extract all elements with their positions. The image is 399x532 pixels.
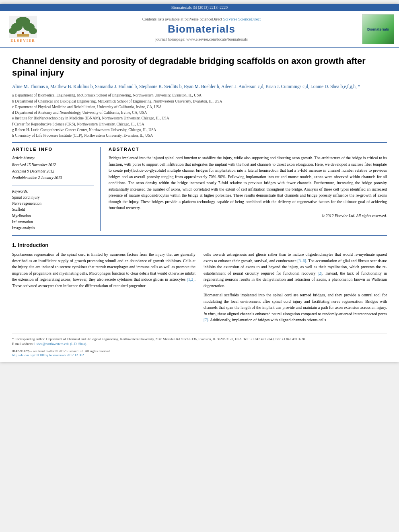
abstract-text: Bridges implanted into the injured spina…: [109, 155, 387, 211]
doi-link[interactable]: http://dx.doi.org/10.1016/j.biomaterials…: [12, 353, 387, 357]
intro-para2: cells towards astrogenesis and gliosis r…: [204, 251, 387, 289]
authors: Aline M. Thomas a, Matthew B. Kubilius b…: [12, 83, 387, 90]
author-list: Aline M. Thomas a, Matthew B. Kubilius b…: [12, 84, 360, 89]
biomaterials-logo-text: Biomaterials: [367, 27, 389, 31]
copyright: © 2012 Elsevier Ltd. All rights reserved…: [109, 214, 387, 218]
history-divider: [12, 185, 94, 185]
body-divider: [12, 235, 387, 236]
history-label: Article history:: [12, 155, 94, 161]
keyword-3: Scaffold: [12, 207, 94, 213]
abstract-col: ABSTRACT Bridges implanted into the inju…: [109, 147, 387, 231]
abstract-label: ABSTRACT: [109, 147, 387, 152]
ref-1-2[interactable]: [1,2]: [187, 277, 194, 281]
issn-line: 0142-9612/$ – see front matter © 2012 El…: [12, 349, 387, 353]
section1-title: 1. Introduction: [12, 242, 387, 248]
affil-f: f Center for Reproductive Science (CRS),…: [12, 121, 387, 127]
page: Biomaterials 34 (2013) 2213–2220 ELSEVIE…: [0, 4, 399, 362]
keyword-6: Image analysis: [12, 225, 94, 231]
accepted-date: Accepted 9 December 2012: [12, 168, 94, 175]
affil-e: e Institute for BioNanotechnology in Med…: [12, 115, 387, 121]
svg-rect-7: [17, 34, 29, 37]
journal-title: Biomaterials: [45, 23, 358, 35]
intro-two-col: Spontaneous regeneration of the spinal c…: [12, 251, 387, 327]
email-label: E-mail address:: [12, 342, 33, 346]
info-abstract-section: ARTICLE INFO Article history: Received 1…: [12, 147, 387, 231]
ref-7[interactable]: [7]: [204, 318, 208, 322]
keyword-5: Inflammation: [12, 219, 94, 225]
ref-3-6[interactable]: [3–6]: [298, 259, 306, 263]
footnote-email: E-mail address: l-shea@northwestern.edu …: [12, 341, 387, 347]
journal-header: ELSEVIER Contents lists available at Sci…: [0, 11, 399, 48]
biomaterials-logo-box: Biomaterials: [362, 14, 394, 44]
svg-point-5: [29, 28, 37, 34]
affil-g: g Robert H. Lurie Comprehensive Cancer C…: [12, 127, 387, 133]
intro-para1: Spontaneous regeneration of the spinal c…: [12, 251, 195, 289]
introduction-section: 1. Introduction Spontaneous regeneration…: [12, 242, 387, 327]
article-title: Channel density and porosity of degradab…: [12, 55, 387, 78]
journal-info-bar: Biomaterials 34 (2013) 2213–2220: [0, 4, 399, 11]
affil-d: d Department of Anatomy and Neurobiology…: [12, 110, 387, 115]
affil-c: c Department of Physical Medicine and Re…: [12, 104, 387, 110]
intro-right-col: cells towards astrogenesis and gliosis r…: [204, 251, 387, 327]
article-info-label: ARTICLE INFO: [12, 147, 94, 152]
keyword-2: Nerve regeneration: [12, 201, 94, 207]
article-history: Article history: Received 15 November 20…: [12, 155, 94, 181]
article-info-col: ARTICLE INFO Article history: Received 1…: [12, 147, 101, 231]
sciverse-line: Contents lists available at SciVerse Sci…: [45, 17, 358, 21]
svg-point-4: [9, 28, 17, 34]
keywords-label: Keywords:: [12, 189, 94, 193]
intro-left-col: Spontaneous regeneration of the spinal c…: [12, 251, 195, 327]
intro-para3: Biomaterial scaffolds implanted into the…: [204, 292, 387, 323]
sciverse-link[interactable]: SciVerse ScienceDirect: [223, 17, 261, 21]
affil-a: a Department of Biomedical Engineering, …: [12, 92, 387, 98]
received-date: Received 15 November 2012: [12, 162, 94, 168]
header-divider: [12, 142, 387, 143]
email-address[interactable]: l-shea@northwestern.edu (L.D. Shea).: [34, 342, 87, 346]
affiliations: a Department of Biomedical Engineering, …: [12, 92, 387, 138]
affil-h: h Chemistry of Life Processes Institute …: [12, 133, 387, 138]
keyword-1: Spinal cord injury: [12, 195, 94, 201]
keyword-4: Myelination: [12, 213, 94, 219]
elsevier-tree-icon: [9, 16, 37, 38]
affil-b: b Department of Chemical and Biological …: [12, 99, 387, 104]
journal-homepage: journal homepage: www.elsevier.com/locat…: [45, 37, 358, 41]
journal-citation: Biomaterials 34 (2013) 2213–2220: [171, 5, 228, 10]
keywords-section: Keywords: Spinal cord injury Nerve regen…: [12, 189, 94, 231]
available-date: Available online 2 January 2013: [12, 175, 94, 181]
footnote-corresponding: * Corresponding author. Department of Ch…: [12, 337, 387, 342]
elsevier-logo: ELSEVIER: [5, 16, 41, 43]
footnote-section: * Corresponding author. Department of Ch…: [12, 333, 387, 357]
header-center: Contents lists available at SciVerse Sci…: [45, 17, 358, 41]
elsevier-brand-text: ELSEVIER: [10, 39, 35, 43]
ref-2[interactable]: [2]: [318, 271, 323, 275]
main-content: Channel density and porosity of degradab…: [0, 48, 399, 362]
